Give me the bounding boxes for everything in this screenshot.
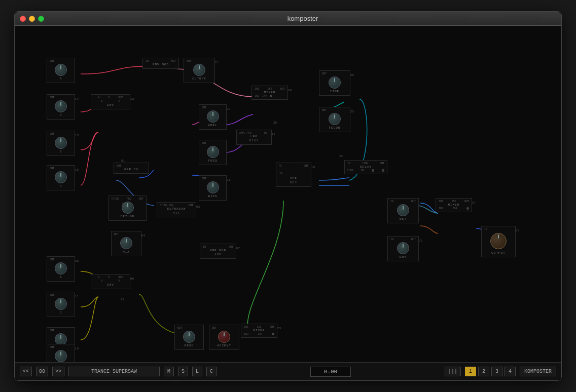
btn-komposter[interactable]: KOMPOSTER [520,367,556,376]
module-a1[interactable]: OUT A [47,58,75,83]
module-s1[interactable]: OUT S 15 [47,131,75,156]
module-r2[interactable]: OUT R 10 [47,344,75,362]
module-ampl[interactable]: OUT AMPL 30 [199,104,227,130]
module-delay[interactable]: IN TIME OUT DELAY LOOP FB [344,160,387,174]
connections-svg [15,26,561,362]
page-btn-1[interactable]: 1 [465,367,476,376]
module-reso[interactable]: OUT RESO [174,325,204,350]
patch-canvas[interactable]: OUT A OUT D 14 OUT S 15 OUT R 16 [15,26,561,362]
traffic-lights [20,16,44,22]
minimize-button[interactable] [29,16,35,22]
module-detune[interactable]: DTUNE FRQ OUT DETUNE [109,195,147,221]
module-output[interactable]: IN OUTPUT 02 [481,226,516,257]
module-mix[interactable]: OUT MIX 04 [111,231,141,256]
module-feedb[interactable]: OUT FEEDB 25 [319,107,350,132]
module-d1[interactable]: OUT D 14 [47,94,75,120]
module-mixer1[interactable]: IN1 IN2 OUT MIXER IN3 IN4 20 [251,86,288,100]
nav-prev-button[interactable]: << [20,367,32,376]
module-r1[interactable]: OUT R 16 [47,165,75,190]
module-accent[interactable]: OUT ACCENT [209,325,239,350]
module-wet[interactable]: IN OUT WET [387,198,419,223]
module-d2[interactable]: OUT D 11 [47,292,75,317]
module-mixer2[interactable]: IN1 IN2 OUT MIXER IN3 IN4 27 [436,198,472,212]
bottombar: << 00 >> TRANCE SUPERSAW M S L C 0.00 ||… [15,362,561,380]
module-vcf[interactable]: FC OUT IN VCF RES 19 [276,163,311,187]
nav-num-button[interactable]: 00 [36,367,48,376]
page-btn-2[interactable]: 2 [478,367,489,376]
close-button[interactable] [20,16,26,22]
nav-next-button[interactable]: >> [52,367,64,376]
maximize-button[interactable] [38,16,44,22]
module-mixer3[interactable]: IN1 IN2 OUT MIXER IN3 IN4 23 [241,324,277,338]
module-suprasaw[interactable]: DTUNE FRQ OUT SUPRASAW MIX 03 [157,202,196,217]
module-a2[interactable]: OUT A 08 [47,256,75,282]
btn-s[interactable]: S [178,367,188,376]
patch-name: TRANCE SUPERSAW [68,367,160,376]
titlebar: komposter [15,12,561,26]
module-amp-mod[interactable]: IN OUT AMP MOD AMP 07 [200,244,236,259]
module-env1[interactable]: A D OUT S R ENV 13 [91,94,130,109]
page-btn-3[interactable]: 3 [491,367,502,376]
module-env2[interactable]: A D OUT S R ENV 06 [91,274,130,289]
module-freq[interactable]: OUT FREQ [199,140,227,165]
page-buttons: 1 2 3 4 [465,367,516,376]
module-time[interactable]: OUT TIME 26 [319,70,350,96]
btn-grid[interactable]: ||| [445,367,461,376]
btn-m[interactable]: M [164,367,174,376]
page-btn-4[interactable]: 4 [505,367,516,376]
module-lfo[interactable]: AMPL FRQ OUT LFO BIAS 12 [236,130,272,145]
module-env-mod[interactable]: IN OUT ENV MOD [142,58,179,69]
bpm-display: 0.00 [310,367,351,377]
module-cutoff[interactable]: OUT CUTOFF 21 [184,58,215,83]
window-title: komposter [49,15,556,22]
btn-c[interactable]: C [206,367,217,376]
module-kbd-cv[interactable]: OUT KBD CV [114,163,149,174]
module-dry[interactable]: IN OUT DRY 29 [387,236,419,261]
module-bias[interactable]: OUT BIAS 31 [199,175,227,201]
btn-l[interactable]: L [192,367,202,376]
main-window: komposter [14,11,562,381]
